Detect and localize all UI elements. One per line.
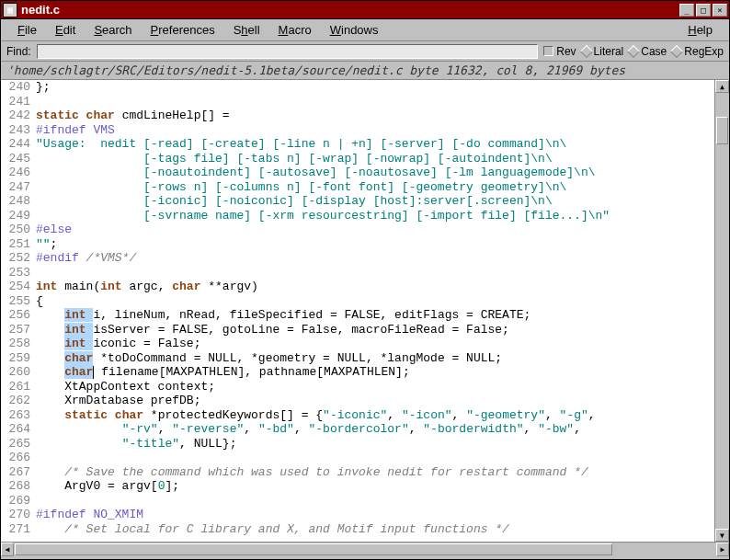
code-line[interactable]: 251"";: [3, 237, 714, 252]
find-label: Find:: [6, 45, 31, 58]
diamond-icon: [580, 44, 593, 57]
menu-shell[interactable]: Shell: [224, 21, 269, 39]
rev-toggle[interactable]: Rev: [543, 45, 576, 58]
code-editor[interactable]: 240};241242static char cmdLineHelp[] =24…: [1, 80, 714, 542]
code-line[interactable]: 265 "-title", NULL};: [3, 437, 714, 451]
vertical-scrollbar[interactable]: ▲ ▼: [714, 80, 729, 542]
line-number: 265: [3, 437, 36, 451]
line-number: 269: [3, 494, 36, 509]
line-content: [-iconic] [-noiconic] [-display [host]:s…: [36, 194, 553, 209]
close-button[interactable]: ×: [713, 4, 727, 17]
code-line[interactable]: 266: [3, 451, 714, 465]
horizontal-scrollbar[interactable]: ◀ ▶: [1, 542, 729, 556]
line-number: 258: [3, 337, 36, 351]
line-content: {: [36, 294, 43, 309]
literal-toggle[interactable]: Literal: [582, 45, 624, 58]
line-number: 261: [3, 380, 36, 394]
code-line[interactable]: 253: [3, 266, 714, 280]
line-number: 242: [3, 109, 36, 123]
line-number: 247: [3, 180, 36, 195]
system-menu-icon[interactable]: ▦: [3, 3, 17, 17]
code-line[interactable]: 249 [-svrname name] [-xrm resourcestring…: [3, 209, 714, 223]
hscroll-thumb[interactable]: [15, 543, 612, 555]
scroll-down-icon[interactable]: ▼: [715, 529, 729, 542]
line-content: [-svrname name] [-xrm resourcestring] [-…: [36, 209, 610, 223]
code-line[interactable]: 248 [-iconic] [-noiconic] [-display [hos…: [3, 194, 714, 209]
code-line[interactable]: 244"Usage: nedit [-read] [-create] [-lin…: [3, 137, 714, 152]
menu-help[interactable]: Help: [679, 21, 722, 39]
code-line[interactable]: 256 int i, lineNum, nRead, fileSpecified…: [3, 308, 714, 323]
scroll-left-icon[interactable]: ◀: [1, 543, 14, 556]
code-line[interactable]: 260 char filename[MAXPATHLEN], pathname[…: [3, 365, 714, 380]
code-line[interactable]: 246 [-noautoindent] [-autosave] [-noauto…: [3, 166, 714, 180]
code-line[interactable]: 259 char *toDoCommand = NULL, *geometry …: [3, 351, 714, 366]
code-line[interactable]: 269: [3, 494, 714, 509]
code-line[interactable]: 241: [3, 95, 714, 109]
menu-preferences[interactable]: Preferences: [142, 21, 224, 39]
line-content: /* Set local for C library and X, and Mo…: [36, 522, 509, 537]
line-content: [-rows n] [-columns n] [-font font] [-ge…: [36, 180, 566, 195]
findbar: Find: Rev Literal Case RegExp: [1, 41, 729, 62]
line-content: XtAppContext context;: [36, 380, 215, 394]
minimize-button[interactable]: _: [679, 4, 694, 17]
line-number: 249: [3, 209, 36, 223]
code-line[interactable]: 270#ifndef NO_XMIM: [3, 508, 714, 522]
code-line[interactable]: 262 XrmDatabase prefDB;: [3, 394, 714, 408]
window-title: nedit.c: [21, 3, 678, 17]
diamond-icon: [627, 44, 640, 57]
line-number: 257: [3, 323, 36, 337]
menu-windows[interactable]: Windows: [321, 21, 388, 39]
line-number: 250: [3, 223, 36, 237]
menu-macro[interactable]: Macro: [269, 21, 321, 39]
menu-edit[interactable]: Edit: [46, 21, 85, 39]
titlebar[interactable]: ▦ nedit.c _ □ ×: [1, 1, 729, 19]
scroll-right-icon[interactable]: ▶: [716, 543, 729, 556]
code-line[interactable]: 240};: [3, 80, 714, 95]
code-line[interactable]: 257 int isServer = FALSE, gotoLine = Fal…: [3, 323, 714, 337]
code-line[interactable]: 245 [-tags file] [-tabs n] [-wrap] [-now…: [3, 152, 714, 166]
case-toggle[interactable]: Case: [629, 45, 667, 58]
maximize-button[interactable]: □: [696, 4, 711, 17]
code-line[interactable]: 243#ifndef VMS: [3, 123, 714, 138]
code-line[interactable]: 255{: [3, 294, 714, 309]
code-line[interactable]: 254int main(int argc, char **argv): [3, 280, 714, 294]
code-line[interactable]: 267 /* Save the command which was used t…: [3, 465, 714, 480]
line-number: 241: [3, 95, 36, 109]
line-content: ArgV0 = argv[0];: [36, 479, 179, 494]
line-content: static char *protectedKeywords[] = {"-ic…: [36, 408, 596, 423]
code-line[interactable]: 242static char cmdLineHelp[] =: [3, 109, 714, 123]
diamond-icon: [670, 44, 683, 57]
line-number: 246: [3, 166, 36, 180]
scroll-thumb[interactable]: [716, 117, 728, 144]
code-line[interactable]: 250#else: [3, 223, 714, 237]
code-line[interactable]: 271 /* Set local for C library and X, an…: [3, 522, 714, 537]
line-content: #ifndef VMS: [36, 123, 115, 138]
line-content: [-noautoindent] [-autosave] [-noautosave…: [36, 166, 596, 180]
scroll-up-icon[interactable]: ▲: [715, 80, 729, 93]
line-content: static char cmdLineHelp[] =: [36, 109, 230, 123]
regexp-toggle[interactable]: RegExp: [672, 45, 724, 58]
find-input[interactable]: [37, 44, 539, 59]
code-line[interactable]: 261 XtAppContext context;: [3, 380, 714, 394]
line-number: 264: [3, 422, 36, 437]
code-line[interactable]: 268 ArgV0 = argv[0];: [3, 479, 714, 494]
line-number: 271: [3, 522, 36, 537]
line-content: "-title", NULL};: [36, 437, 236, 451]
code-line[interactable]: 247 [-rows n] [-columns n] [-font font] …: [3, 180, 714, 195]
line-content: #else: [36, 223, 72, 237]
code-line[interactable]: 263 static char *protectedKeywords[] = {…: [3, 408, 714, 423]
status-line: 'home/schlagtr/SRC/Editors/nedit-5.1beta…: [1, 62, 729, 80]
line-number: 267: [3, 465, 36, 480]
code-line[interactable]: 264 "-rv", "-reverse", "-bd", "-borderco…: [3, 422, 714, 437]
code-line[interactable]: 252#endif /*VMS*/: [3, 251, 714, 266]
line-number: 254: [3, 280, 36, 294]
menu-search[interactable]: Search: [85, 21, 141, 39]
line-content: #endif /*VMS*/: [36, 251, 136, 266]
line-number: 243: [3, 123, 36, 138]
line-number: 248: [3, 194, 36, 209]
line-number: 260: [3, 365, 36, 380]
line-content: int i, lineNum, nRead, fileSpecified = F…: [36, 308, 530, 323]
code-line[interactable]: 258 int iconic = False;: [3, 337, 714, 351]
line-number: 268: [3, 479, 36, 494]
menu-file[interactable]: File: [8, 21, 46, 39]
